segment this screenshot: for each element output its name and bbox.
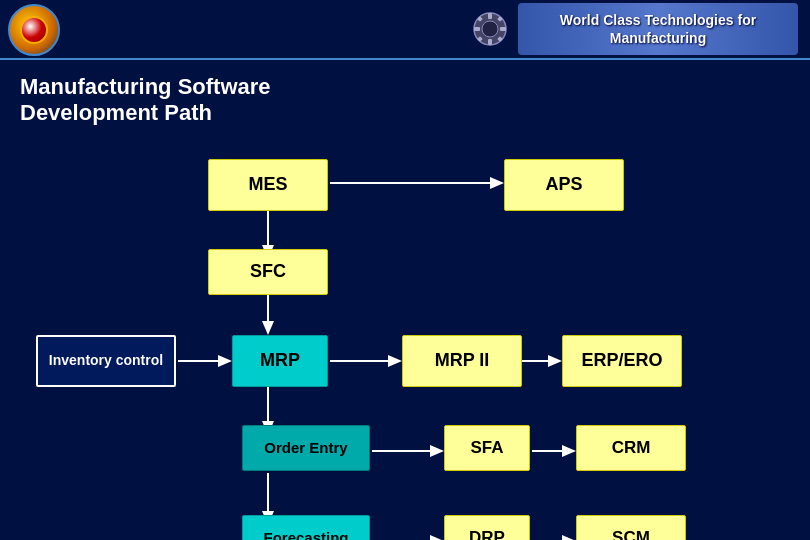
svg-marker-15 — [262, 321, 274, 335]
page-title: Manufacturing Software Development Path — [20, 74, 790, 127]
order-entry-box: Order Entry — [242, 425, 370, 471]
scm-box: SCM — [576, 515, 686, 540]
gear-icon — [472, 11, 508, 47]
forecasting-box: Forecasting — [242, 515, 370, 540]
main-content: Manufacturing Software Development Path — [0, 60, 810, 540]
mes-box: MES — [208, 159, 328, 211]
svg-marker-25 — [430, 445, 444, 457]
svg-marker-17 — [218, 355, 232, 367]
logo-inner — [20, 16, 48, 44]
drp-box: DRP — [444, 515, 530, 540]
svg-marker-21 — [548, 355, 562, 367]
svg-rect-5 — [500, 27, 506, 31]
inventory-control-box: Inventory control — [36, 335, 176, 387]
svg-marker-19 — [388, 355, 402, 367]
svg-rect-3 — [488, 39, 492, 45]
diagram: MES APS SFC Inventory control MRP MRP II… — [20, 143, 790, 540]
sfa-box: SFA — [444, 425, 530, 471]
mrp-box: MRP — [232, 335, 328, 387]
sfc-box: SFC — [208, 249, 328, 295]
svg-rect-4 — [474, 27, 480, 31]
logo-circle — [8, 4, 60, 56]
header-title: World Class Technologies for Manufacturi… — [542, 11, 774, 47]
svg-marker-33 — [562, 535, 576, 540]
crm-box: CRM — [576, 425, 686, 471]
svg-marker-11 — [490, 177, 504, 189]
header-title-area: World Class Technologies for Manufacturi… — [518, 3, 798, 55]
logo — [8, 4, 60, 56]
mrp2-box: MRP II — [402, 335, 522, 387]
svg-point-1 — [482, 21, 498, 37]
svg-rect-2 — [488, 13, 492, 19]
aps-box: APS — [504, 159, 624, 211]
svg-marker-31 — [430, 535, 444, 540]
header: World Class Technologies for Manufacturi… — [0, 0, 810, 60]
erp-box: ERP/ERO — [562, 335, 682, 387]
svg-marker-27 — [562, 445, 576, 457]
